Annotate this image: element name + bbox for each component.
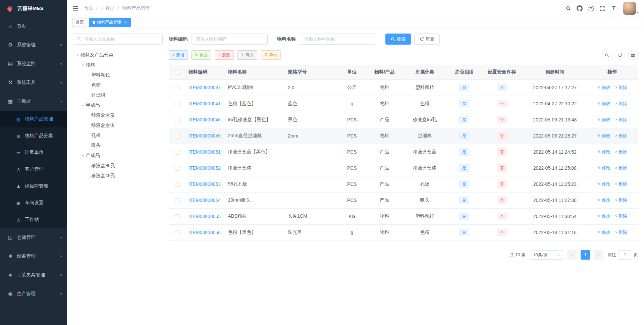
material-code-link[interactable]: ITEM00000054 — [189, 198, 221, 203]
tree-node[interactable]: 移液盒盒体 — [74, 120, 163, 130]
row-checkbox[interactable] — [175, 214, 180, 219]
delete-row-button[interactable]: × 删除 — [615, 85, 627, 91]
search-icon[interactable] — [563, 3, 574, 14]
reset-button[interactable]: 重置 — [414, 34, 440, 45]
row-checkbox[interactable] — [175, 150, 180, 155]
toggle-search-button[interactable] — [602, 50, 612, 60]
row-checkbox[interactable] — [175, 134, 180, 139]
row-checkbox[interactable] — [175, 166, 180, 171]
page-size-select[interactable]: 10条/页 ∨ — [530, 250, 563, 260]
tree-expand-icon[interactable]: ▾ — [80, 154, 86, 158]
edit-row-button[interactable]: ✎ 修改 — [597, 149, 610, 155]
tree-node[interactable]: ▾ 半成品 — [74, 100, 163, 110]
edit-row-button[interactable]: ✎ 修改 — [597, 229, 610, 235]
tree-node[interactable]: 孔板 — [74, 130, 163, 141]
sidebar-item-production-management[interactable]: ◉ 生产管理 ∨ — [0, 284, 67, 303]
sidebar-toggle-icon[interactable] — [72, 6, 78, 11]
help-icon[interactable]: ? — [586, 3, 596, 14]
delete-row-button[interactable]: × 删除 — [615, 165, 627, 171]
font-size-icon[interactable]: T — [608, 3, 619, 14]
edit-row-button[interactable]: ✎ 修改 — [597, 101, 610, 107]
row-checkbox[interactable] — [175, 102, 180, 106]
edit-row-button[interactable]: ✎ 修改 — [597, 165, 610, 171]
sidebar-item-workstation[interactable]: ◎ 工作站 — [0, 211, 67, 228]
tab-home[interactable]: 首页 — [72, 18, 87, 27]
sidebar-item-customer-management[interactable]: ♙ 客户管理 — [0, 161, 67, 178]
tree-expand-icon[interactable]: ▾ — [80, 103, 86, 108]
delete-row-button[interactable]: × 删除 — [615, 213, 627, 219]
sidebar-item-equipment-management[interactable]: ❖ 设备管理 ∨ — [0, 247, 67, 266]
row-checkbox[interactable] — [175, 118, 180, 122]
tab-material-product[interactable]: 物料产品管理 × — [89, 18, 131, 27]
category-search-input[interactable] — [74, 34, 163, 45]
edit-button[interactable]: ✎ 修改 — [191, 50, 211, 60]
edit-row-button[interactable]: ✎ 修改 — [597, 213, 610, 219]
material-code-link[interactable]: ITEM00000052 — [189, 165, 221, 171]
tree-node[interactable]: ▾ 物料及产品分类 — [74, 50, 163, 60]
breadcrumb-master-data[interactable]: 主数据 — [93, 5, 115, 11]
delete-row-button[interactable]: × 删除 — [615, 197, 627, 203]
import-button[interactable]: ↥ 导入 — [237, 50, 257, 60]
edit-row-button[interactable]: ✎ 修改 — [597, 197, 610, 203]
page-number-button[interactable]: 1 — [581, 250, 590, 260]
sidebar-item-system-monitor[interactable]: ▤ 系统监控 ∨ — [0, 54, 67, 73]
tree-node[interactable]: 塑料颗粒 — [74, 70, 163, 80]
edit-row-button[interactable]: ✎ 修改 — [597, 117, 610, 123]
material-name-input[interactable] — [300, 34, 376, 45]
fullscreen-icon[interactable] — [597, 3, 608, 14]
row-checkbox[interactable] — [175, 86, 180, 90]
breadcrumb-home[interactable]: 首页 — [84, 5, 93, 11]
sidebar-item-supplier-management[interactable]: ♟ 供应商管理 — [0, 178, 67, 195]
material-code-link[interactable]: ITEM00000049 — [189, 133, 221, 139]
tree-node[interactable]: 移液盒48孔 — [74, 171, 163, 181]
refresh-button[interactable] — [615, 50, 625, 60]
sidebar-item-master-data[interactable]: ▦ 主数据 ∧ — [0, 92, 67, 111]
edit-row-button[interactable]: ✎ 修改 — [597, 133, 610, 139]
delete-row-button[interactable]: × 删除 — [615, 133, 627, 139]
tree-node[interactable]: 移液盒96孔 — [74, 161, 163, 171]
sidebar-item-workshop-settings[interactable]: ▣ 车间设置 — [0, 195, 67, 211]
sidebar-item-warehouse-management[interactable]: ◫ 仓储管理 ∨ — [0, 228, 67, 247]
goto-page-input[interactable] — [619, 250, 631, 260]
sidebar-item-system-management[interactable]: ⚙ 系统管理 ∨ — [0, 36, 67, 54]
sidebar-item-material-product-category[interactable]: ≣ 物料产品分类 — [0, 127, 67, 144]
delete-row-button[interactable]: × 删除 — [615, 101, 627, 107]
close-icon[interactable]: × — [123, 20, 128, 25]
tree-expand-icon[interactable]: ▾ — [80, 63, 86, 67]
prev-page-button[interactable]: ‹ — [567, 250, 577, 260]
row-checkbox[interactable] — [175, 198, 180, 203]
material-code-input[interactable] — [192, 34, 268, 45]
sidebar-item-home[interactable]: ⌂ 首页 — [0, 17, 67, 36]
row-checkbox[interactable] — [175, 182, 180, 187]
next-page-button[interactable]: › — [594, 250, 603, 260]
tree-node[interactable]: 吸头 — [74, 141, 163, 151]
columns-button[interactable]: ▦ — [628, 50, 638, 60]
breadcrumb-material-product[interactable]: 物料产品管理 — [115, 5, 150, 11]
tree-expand-icon[interactable]: ▾ — [74, 53, 80, 57]
delete-button[interactable]: × 删除 — [215, 50, 234, 60]
sidebar-item-system-tools[interactable]: ⚒ 系统工具 ∨ — [0, 73, 67, 92]
delete-row-button[interactable]: × 删除 — [615, 229, 627, 235]
edit-row-button[interactable]: ✎ 修改 — [597, 181, 610, 187]
delete-row-button[interactable]: × 删除 — [615, 181, 627, 187]
select-all-checkbox[interactable] — [175, 70, 180, 75]
add-button[interactable]: + 新增 — [169, 50, 188, 60]
material-code-link[interactable]: ITEM00000037 — [189, 85, 221, 90]
export-button[interactable]: ↧ 导出 — [261, 50, 281, 60]
github-icon[interactable] — [574, 3, 585, 14]
edit-row-button[interactable]: ✎ 修改 — [597, 85, 610, 91]
tree-node[interactable]: 移液盒盒盖 — [74, 110, 163, 120]
sidebar-item-tooling-fixture-management[interactable]: ◈ 工装夹具管理 ∨ — [0, 266, 67, 284]
tree-node[interactable]: ▾ 产成品 — [74, 151, 163, 161]
material-code-link[interactable]: ITEM00000056 — [189, 230, 221, 235]
material-code-link[interactable]: ITEM00000055 — [189, 214, 221, 219]
tree-node[interactable]: ▾ 物料 — [74, 60, 163, 70]
material-code-link[interactable]: ITEM00000041 — [189, 101, 221, 106]
material-code-link[interactable]: ITEM00000046 — [189, 117, 221, 122]
material-code-link[interactable]: ITEM00000053 — [189, 181, 221, 187]
delete-row-button[interactable]: × 删除 — [615, 117, 627, 123]
tree-node[interactable]: 过滤棉 — [74, 90, 163, 100]
row-checkbox[interactable] — [175, 230, 180, 235]
sidebar-item-measurement-unit[interactable]: ▭ 计量单位 — [0, 144, 67, 161]
material-code-link[interactable]: ITEM00000051 — [189, 149, 221, 155]
